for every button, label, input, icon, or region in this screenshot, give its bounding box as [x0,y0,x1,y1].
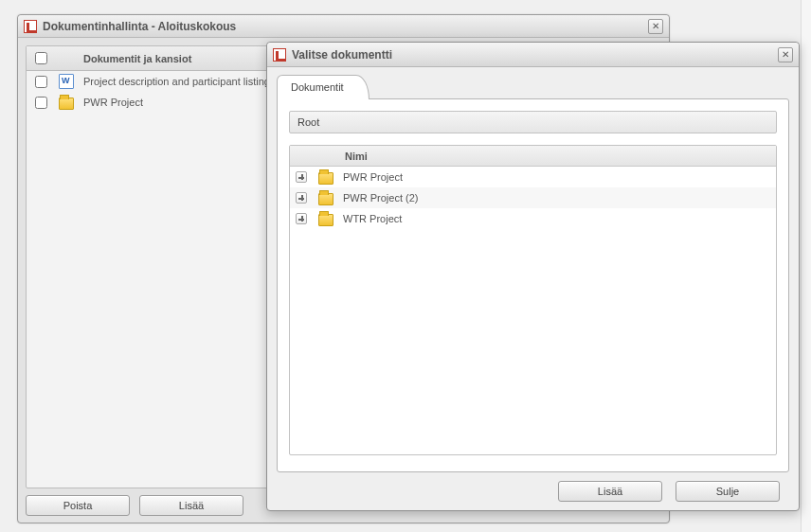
word-document-icon [59,74,74,89]
dialog-body: Dokumentit Root Nimi PWR Project P [277,75,789,472]
folder-icon [318,193,333,205]
tab-strip: Dokumentit [277,75,789,99]
breadcrumb[interactable]: Root [289,111,777,133]
tab-panel-documents: Root Nimi PWR Project PWR Project (2) [277,98,789,472]
dialog-add-button[interactable]: Lisää [558,481,662,502]
window-titlebar: Dokumentinhallinta - Aloituskokous ✕ [18,15,669,38]
background-app-edge [801,0,811,532]
folder-icon [59,98,74,110]
app-icon [273,48,286,62]
dialog-close-button[interactable]: Sulje [676,481,780,502]
expand-icon[interactable] [296,171,307,183]
window-title: Dokumentinhallinta - Aloituskokous [43,20,236,33]
tree-row[interactable]: WTR Project [290,208,776,229]
select-all-checkbox[interactable] [35,52,47,64]
close-icon[interactable]: ✕ [778,47,793,62]
add-button[interactable]: Lisää [139,495,243,516]
tree-row[interactable]: PWR Project (2) [290,187,776,208]
expand-icon[interactable] [296,213,307,224]
folder-icon [318,172,333,185]
tree-item-name: PWR Project [337,171,403,183]
tab-documents[interactable]: Dokumentit [277,75,369,99]
folder-icon [318,214,333,226]
app-icon [24,20,37,33]
tree-item-name: PWR Project (2) [337,192,418,204]
row-checkbox[interactable] [35,97,47,109]
document-name: Project description and participant list… [78,76,270,87]
tree-item-name: WTR Project [337,213,402,224]
close-icon[interactable]: ✕ [648,19,663,34]
document-name: PWR Project [78,97,143,108]
row-checkbox[interactable] [35,76,47,88]
dialog-titlebar: Valitse dokumentti ✕ [267,43,799,67]
tree-row[interactable]: PWR Project [290,167,776,187]
tree-header: Nimi [290,146,776,167]
dialog-title: Valitse dokumentti [292,48,392,62]
expand-icon[interactable] [296,192,307,204]
select-document-dialog: Valitse dokumentti ✕ Dokumentit Root Nim… [266,42,800,511]
header-checkbox-cell [27,52,55,64]
header-name-label: Dokumentit ja kansiot [78,53,191,64]
delete-button[interactable]: Poista [26,495,130,516]
tree-header-name: Nimi [339,151,368,162]
dialog-footer: Lisää Sulje [267,472,799,510]
folder-tree: Nimi PWR Project PWR Project (2) WTR Pro… [289,145,777,455]
